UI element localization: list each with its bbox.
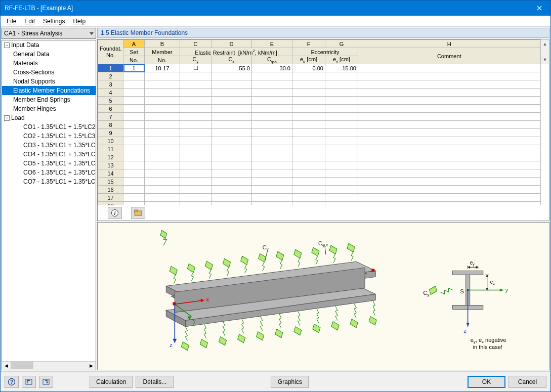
cell[interactable] [145,72,180,80]
prev-panel-button[interactable] [22,376,36,388]
cell[interactable] [145,89,180,97]
cell[interactable] [358,153,541,161]
cell[interactable] [123,153,145,161]
cell[interactable]: 30.0 [252,64,292,72]
tree-cross-sections[interactable]: Cross-Sections [2,68,96,77]
table-row[interactable]: 4 [98,89,549,97]
cell[interactable] [325,202,358,205]
menu-help[interactable]: Help [69,17,90,26]
row-header[interactable]: 13 [98,161,123,169]
cell[interactable] [325,194,358,202]
cell[interactable] [145,145,180,153]
cell[interactable] [325,80,358,89]
collapse-icon[interactable]: − [4,42,10,48]
cell[interactable] [180,194,211,202]
cell[interactable] [325,169,358,178]
cell[interactable] [211,161,252,169]
cell[interactable] [145,80,180,89]
cell[interactable] [145,194,180,202]
col-H[interactable]: H [358,40,541,48]
table-row[interactable]: 18 [98,202,549,205]
cell[interactable]: 0.00 [292,64,325,72]
cell[interactable]: ☐ [180,64,211,72]
details-button[interactable]: Details... [136,376,174,388]
menu-settings[interactable]: Settings [39,17,69,26]
row-header[interactable]: 11 [98,145,123,153]
table-row[interactable]: 1110-17☐55.030.00.00-15.00 [98,64,549,72]
table-row[interactable]: 6 [98,105,549,113]
cell[interactable] [211,121,252,129]
menu-edit[interactable]: Edit [20,17,39,26]
cell[interactable] [252,113,292,121]
col-E[interactable]: E [252,40,292,48]
cell[interactable] [292,121,325,129]
cell[interactable]: -15.00 [325,64,358,72]
table-row[interactable]: 2 [98,72,549,80]
cell[interactable] [145,161,180,169]
hdr-eccentricity[interactable]: Eccentricity [292,48,358,56]
tree-hscrollbar[interactable]: ◀ ▶ [2,361,96,370]
hdr-set-no[interactable]: No. [123,56,145,64]
row-header[interactable]: 9 [98,129,123,137]
cell[interactable] [180,169,211,178]
cell[interactable] [325,137,358,145]
cell[interactable] [180,80,211,89]
cell[interactable]: 1 [123,64,145,72]
graphics-button[interactable]: Graphics [271,376,309,388]
table-row[interactable]: 14 [98,169,549,178]
cell[interactable] [211,129,252,137]
cell[interactable] [123,89,145,97]
cell[interactable] [358,161,541,169]
cell[interactable] [252,194,292,202]
cell[interactable] [252,169,292,178]
row-header[interactable]: 1 [98,64,123,72]
row-header[interactable]: 15 [98,178,123,186]
cell[interactable] [292,178,325,186]
cell[interactable] [252,186,292,194]
cell[interactable] [325,72,358,80]
cell[interactable] [145,105,180,113]
cell[interactable] [123,161,145,169]
row-header[interactable]: 14 [98,169,123,178]
cell[interactable] [292,169,325,178]
tree-co3[interactable]: CO3 - 1.35*LC1 + 1.35*LC [2,141,96,150]
cell[interactable] [252,97,292,105]
cell[interactable] [252,80,292,89]
table-row[interactable]: 13 [98,161,549,169]
table-row[interactable]: 11 [98,145,549,153]
next-panel-button[interactable] [39,376,53,388]
cell[interactable] [123,137,145,145]
help-button[interactable]: ? [5,376,19,388]
table-row[interactable]: 16 [98,186,549,194]
table-row[interactable]: 8 [98,121,549,129]
cell[interactable] [180,161,211,169]
cell[interactable] [325,129,358,137]
col-D[interactable]: D [211,40,252,48]
cell[interactable] [325,178,358,186]
cell[interactable] [358,105,541,113]
cell[interactable] [180,121,211,129]
analysis-combo[interactable]: CA1 - Stress Analysis [2,28,96,39]
cell[interactable] [180,72,211,80]
cell[interactable] [325,186,358,194]
cell[interactable] [180,153,211,161]
table-row[interactable]: 9 [98,129,549,137]
cell[interactable] [292,194,325,202]
cell[interactable] [123,72,145,80]
cell[interactable] [145,97,180,105]
tree-member-hinges[interactable]: Member Hinges [2,104,96,113]
cell[interactable]: 10-17 [145,64,180,72]
cell[interactable] [292,161,325,169]
cell[interactable] [292,72,325,80]
cell[interactable] [292,153,325,161]
cell[interactable] [252,161,292,169]
cell[interactable] [145,153,180,161]
cell[interactable] [358,113,541,121]
tree-materials[interactable]: Materials [2,59,96,68]
tree-co6[interactable]: CO6 - 1.35*LC1 + 1.35*LC [2,168,96,177]
hdr-cy[interactable]: Cy [180,56,211,64]
row-header[interactable]: 4 [98,89,123,97]
cell[interactable] [211,105,252,113]
col-C[interactable]: C [180,40,211,48]
cell[interactable] [325,161,358,169]
